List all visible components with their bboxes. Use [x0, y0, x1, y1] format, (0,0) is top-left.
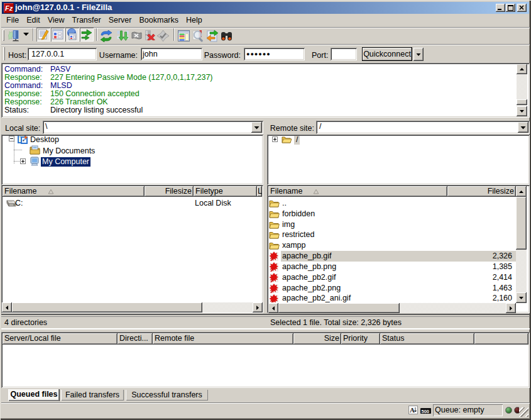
- svg-text:A: A: [410, 406, 415, 414]
- svg-text:Fz: Fz: [5, 4, 13, 12]
- svg-text:500: 500: [422, 409, 430, 414]
